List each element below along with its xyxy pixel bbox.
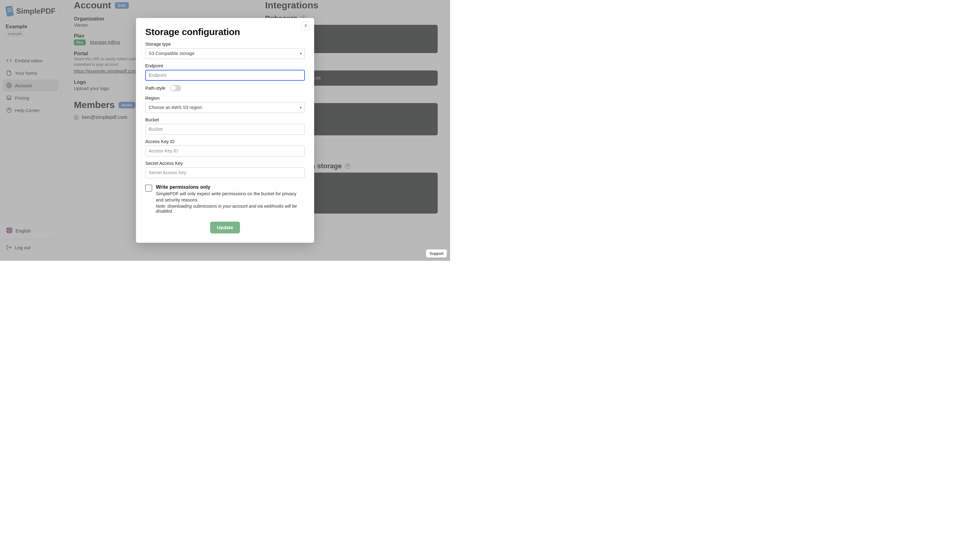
modal-overlay[interactable]: X Storage configuration Storage type S3 … [0,0,450,261]
storage-type-label: Storage type [145,42,305,46]
close-button[interactable]: X [302,22,310,30]
secret-access-key-input[interactable] [145,168,305,178]
secret-access-key-label: Secret Access Key [145,161,305,166]
access-key-id-label: Access Key ID [145,139,305,144]
region-label: Region [145,95,305,100]
path-style-label: Path-style [145,86,165,90]
update-button[interactable]: Update [210,222,240,233]
write-permissions-desc: SimplePDF will only expect write permiss… [156,190,305,203]
storage-configuration-modal: X Storage configuration Storage type S3 … [136,18,314,243]
bucket-input[interactable] [145,124,305,135]
write-permissions-text: Write permissions only SimplePDF will on… [156,184,305,214]
access-key-id-input[interactable] [145,146,305,156]
endpoint-label: Endpoint [145,63,305,68]
support-button[interactable]: Support [426,249,447,258]
region-select[interactable]: Choose an AWS S3 region [145,102,305,113]
endpoint-input[interactable] [145,70,305,81]
write-permissions-note: Note: downloading submissions in your ac… [156,204,305,213]
storage-type-select[interactable]: S3 Compatible storage [145,48,305,59]
path-style-toggle[interactable] [170,85,181,91]
bucket-label: Bucket [145,117,305,122]
modal-title: Storage configuration [145,27,305,37]
write-permissions-checkbox[interactable] [145,185,152,192]
write-permissions-title: Write permissions only [156,184,210,190]
